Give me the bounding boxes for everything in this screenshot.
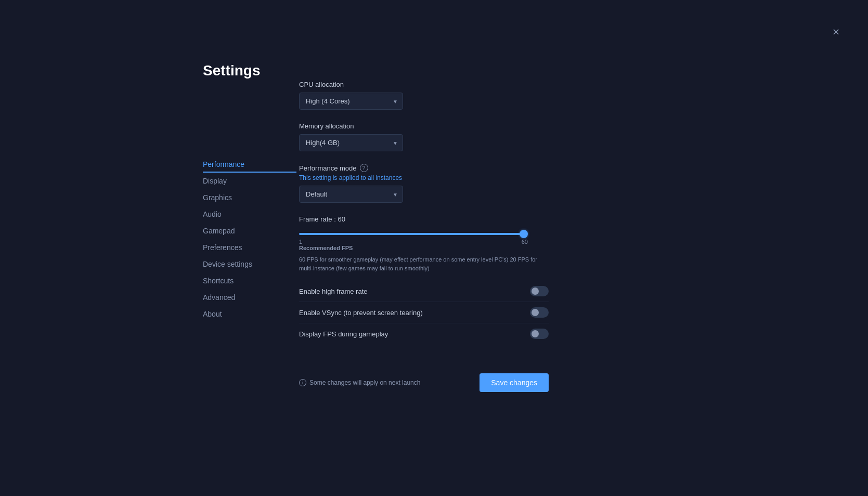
sidebar-item-performance[interactable]: Performance — [203, 156, 296, 173]
toggle-row-high-frame-rate: Enable high frame rate — [299, 281, 549, 302]
footer-note: i Some changes will apply on next launch — [299, 379, 420, 386]
slider-container: 1 60 — [299, 228, 528, 245]
frame-rate-section: Frame rate : 60 1 60 Recommended FPS 60 … — [299, 215, 549, 272]
toggle-label-high-frame-rate: Enable high frame rate — [299, 288, 368, 295]
sidebar-item-shortcuts[interactable]: Shortcuts — [203, 272, 296, 289]
help-icon[interactable]: ? — [360, 164, 368, 172]
performance-mode-select-wrapper: Default High Performance Power Saving ▼ — [299, 186, 403, 203]
sidebar-item-advanced[interactable]: Advanced — [203, 289, 296, 306]
fps-recommendation-text: 60 FPS for smoother gameplay (may effect… — [299, 255, 549, 272]
sidebar-item-display[interactable]: Display — [203, 173, 296, 189]
sidebar-item-about[interactable]: About — [203, 306, 296, 322]
toggle-vsync[interactable] — [530, 307, 549, 318]
sidebar-item-preferences[interactable]: Preferences — [203, 239, 296, 256]
frame-rate-slider[interactable] — [299, 233, 528, 235]
performance-mode-label: Performance mode — [299, 164, 357, 172]
slider-min-label: 1 — [299, 239, 302, 245]
performance-mode-header: Performance mode ? — [299, 164, 549, 172]
footer-bar: i Some changes will apply on next launch… — [299, 373, 549, 392]
save-changes-button[interactable]: Save changes — [480, 373, 549, 392]
info-icon: i — [299, 379, 306, 386]
slider-labels: 1 60 — [299, 239, 528, 245]
cpu-allocation-select-wrapper: Low (1 Core) Medium (2 Cores) High (4 Co… — [299, 93, 403, 110]
slider-max-label: 60 — [522, 239, 528, 245]
memory-allocation-label: Memory allocation — [299, 122, 549, 130]
sidebar-item-device-settings[interactable]: Device settings — [203, 256, 296, 272]
sidebar-item-graphics[interactable]: Graphics — [203, 189, 296, 206]
fps-recommendation-title: Recommended FPS — [299, 245, 549, 251]
sidebar-item-gamepad[interactable]: Gamepad — [203, 223, 296, 239]
toggle-row-vsync: Enable VSync (to prevent screen tearing) — [299, 302, 549, 323]
toggle-row-display-fps: Display FPS during gameplay — [299, 323, 549, 344]
memory-allocation-select-wrapper: Low (1 GB) Medium (2 GB) High(4 GB) Ultr… — [299, 134, 403, 151]
toggle-label-vsync: Enable VSync (to prevent screen tearing) — [299, 309, 423, 317]
memory-allocation-select[interactable]: Low (1 GB) Medium (2 GB) High(4 GB) Ultr… — [299, 134, 403, 151]
close-icon: ✕ — [832, 27, 840, 38]
toggle-label-display-fps: Display FPS during gameplay — [299, 330, 388, 338]
main-content: CPU allocation Low (1 Core) Medium (2 Co… — [299, 81, 549, 344]
toggles-container: Enable high frame rate Enable VSync (to … — [299, 281, 549, 344]
performance-mode-section: Performance mode ? This setting is appli… — [299, 164, 549, 203]
cpu-allocation-section: CPU allocation Low (1 Core) Medium (2 Co… — [299, 81, 549, 110]
sidebar: Performance Display Graphics Audio Gamep… — [203, 62, 296, 322]
cpu-allocation-select[interactable]: Low (1 Core) Medium (2 Cores) High (4 Co… — [299, 93, 403, 110]
close-button[interactable]: ✕ — [828, 25, 843, 40]
footer-note-text: Some changes will apply on next launch — [309, 379, 420, 386]
memory-allocation-section: Memory allocation Low (1 GB) Medium (2 G… — [299, 122, 549, 151]
cpu-allocation-label: CPU allocation — [299, 81, 549, 88]
performance-mode-sublabel: This setting is applied to all instances — [299, 174, 549, 181]
sidebar-item-audio[interactable]: Audio — [203, 206, 296, 223]
toggle-display-fps[interactable] — [530, 329, 549, 339]
performance-mode-select[interactable]: Default High Performance Power Saving — [299, 186, 403, 203]
frame-rate-label: Frame rate : 60 — [299, 215, 549, 223]
toggle-high-frame-rate[interactable] — [530, 286, 549, 296]
